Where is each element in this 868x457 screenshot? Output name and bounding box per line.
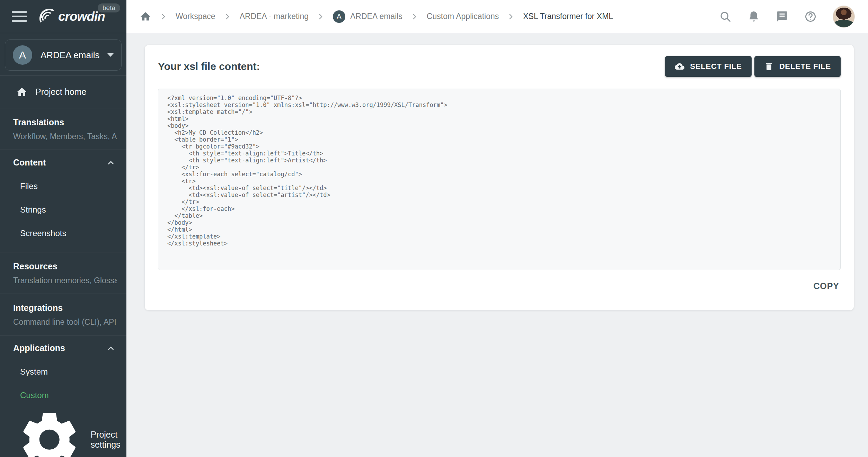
- sidebar-item-screenshots[interactable]: Screenshots: [13, 222, 117, 245]
- trash-icon: [764, 62, 774, 71]
- chevron-right-icon: [316, 12, 325, 21]
- sidebar-item-project-settings[interactable]: Project settings: [0, 422, 126, 457]
- sidebar-section-translations[interactable]: Translations Workflow, Members, Tasks, A…: [0, 108, 126, 150]
- project-avatar: A: [333, 10, 345, 23]
- project-avatar: A: [13, 45, 32, 65]
- page-title: Your xsl file content:: [158, 61, 260, 72]
- delete-file-label: DELETE FILE: [779, 62, 831, 71]
- chevron-down-icon: [107, 53, 114, 57]
- section-header-content[interactable]: Content: [13, 158, 117, 168]
- help-icon[interactable]: [804, 10, 817, 23]
- sidebar-section-resources[interactable]: Resources Translation memories, Glossari…: [0, 252, 126, 294]
- project-selector-name: ARDEA emails: [41, 50, 100, 61]
- xsl-code-viewer[interactable]: <?xml version="1.0" encoding="UTF-8"?> <…: [158, 89, 841, 270]
- sidebar-item-strings[interactable]: Strings: [13, 198, 117, 222]
- user-avatar[interactable]: [833, 6, 855, 28]
- sidebar-item-label: Project settings: [90, 430, 126, 450]
- section-header-applications[interactable]: Applications: [13, 343, 117, 353]
- chevron-up-icon: [106, 344, 115, 353]
- breadcrumb-project[interactable]: A ARDEA emails: [333, 10, 402, 23]
- sidebar-section-content: Content Files Strings Screenshots: [0, 150, 126, 252]
- copy-button[interactable]: COPY: [812, 279, 841, 293]
- home-icon[interactable]: [140, 11, 151, 23]
- section-title: Resources: [13, 261, 117, 271]
- section-title: Content: [13, 158, 46, 168]
- main-content: Your xsl file content: SELECT FILE DELET…: [126, 33, 868, 457]
- breadcrumb-organization[interactable]: ARDEA - marketing: [240, 12, 309, 21]
- sidebar: crowdin beta A ARDEA emails Project home…: [0, 0, 126, 457]
- section-subtitle: Command line tool (CLI), API, A…: [13, 317, 117, 327]
- sidebar-item-label: Project home: [35, 87, 86, 97]
- sidebar-logo-row: crowdin beta: [0, 0, 126, 33]
- chevron-up-icon: [106, 158, 115, 167]
- sidebar-item-system[interactable]: System: [13, 360, 117, 384]
- sidebar-section-integrations[interactable]: Integrations Command line tool (CLI), AP…: [0, 294, 126, 335]
- crowdin-logo-icon: [36, 8, 55, 26]
- notifications-bell-icon[interactable]: [747, 10, 760, 23]
- gear-icon: [16, 406, 83, 457]
- sidebar-item-files[interactable]: Files: [13, 174, 117, 198]
- cloud-upload-icon: [675, 62, 684, 71]
- select-file-label: SELECT FILE: [690, 62, 742, 71]
- breadcrumb-workspace[interactable]: Workspace: [176, 12, 215, 21]
- section-subtitle: Workflow, Members, Tasks, Act…: [13, 132, 117, 141]
- section-title: Applications: [13, 343, 65, 353]
- chevron-right-icon: [159, 12, 168, 21]
- breadcrumb-current-page: XSL Transformer for XML: [523, 12, 613, 21]
- search-icon[interactable]: [719, 10, 732, 23]
- home-icon: [16, 86, 28, 98]
- crowdin-logo-text: crowdin: [58, 9, 105, 24]
- topbar: Workspace ARDEA - marketing A ARDEA emai…: [126, 0, 868, 33]
- xsl-transformer-card: Your xsl file content: SELECT FILE DELET…: [144, 45, 854, 311]
- project-selector[interactable]: A ARDEA emails: [5, 39, 122, 71]
- topbar-actions: [719, 6, 855, 28]
- delete-file-button[interactable]: DELETE FILE: [754, 56, 841, 77]
- section-title: Integrations: [13, 303, 117, 313]
- breadcrumb-project-label: ARDEA emails: [350, 12, 402, 21]
- sidebar-item-project-home[interactable]: Project home: [0, 76, 126, 108]
- chevron-right-icon: [223, 12, 232, 21]
- breadcrumb-custom-applications[interactable]: Custom Applications: [427, 12, 499, 21]
- sidebar-item-custom[interactable]: Custom: [13, 384, 117, 407]
- crowdin-logo[interactable]: crowdin: [36, 8, 105, 26]
- select-file-button[interactable]: SELECT FILE: [665, 56, 751, 77]
- chevron-right-icon: [410, 12, 419, 21]
- messages-icon[interactable]: [776, 10, 788, 23]
- hamburger-menu-icon[interactable]: [12, 8, 27, 25]
- xsl-code-content: <?xml version="1.0" encoding="UTF-8"?> <…: [167, 95, 831, 247]
- section-subtitle: Translation memories, Glossari…: [13, 276, 117, 285]
- beta-badge: beta: [98, 3, 120, 12]
- chevron-right-icon: [506, 12, 515, 21]
- sidebar-section-applications: Applications System Custom: [0, 335, 126, 414]
- breadcrumb: Workspace ARDEA - marketing A ARDEA emai…: [140, 10, 613, 23]
- section-title: Translations: [13, 117, 117, 127]
